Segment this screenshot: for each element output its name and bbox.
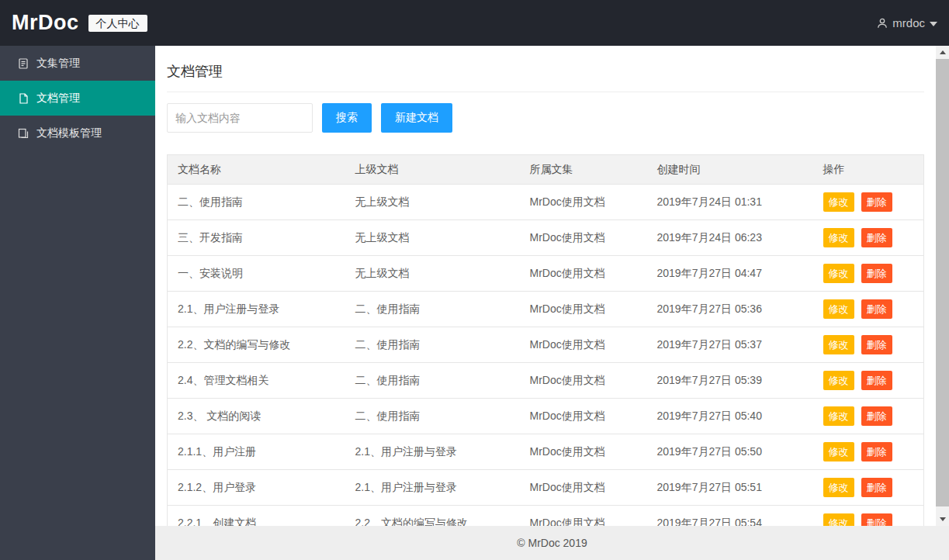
main-content: 文档管理 搜索 新建文档 文档名称 [155,46,936,526]
sidebar: 文集管理 文档管理 文档模板管理 [0,46,155,560]
edit-button[interactable]: 修改 [823,299,854,319]
doc-name-cell: 2.1、用户注册与登录 [168,292,345,327]
app-logo[interactable]: MrDoc [12,11,79,35]
created-time-cell: 2019年7月27日 05:50 [647,434,813,470]
actions-cell: 修改删除 [813,506,924,527]
title-divider [167,92,924,92]
col-header-parent-doc: 上级文档 [345,155,520,185]
sidebar-item-label: 文档模板管理 [36,126,102,140]
collection-cell: MrDoc使用文档 [520,220,647,256]
search-bar: 搜索 新建文档 [167,103,924,133]
sidebar-item-label: 文集管理 [36,57,80,71]
vertical-scrollbar[interactable] [936,46,949,526]
template-icon [17,127,29,140]
edit-button[interactable]: 修改 [823,371,854,390]
user-menu[interactable]: mrdoc [876,16,937,29]
create-doc-button[interactable]: 新建文档 [381,103,452,133]
actions-cell: 修改删除 [813,470,924,506]
doc-name-cell: 三、开发指南 [168,220,345,256]
page: MrDoc 个人中心 mrdoc [0,0,949,560]
chevron-down-icon [930,22,937,26]
delete-button[interactable]: 删除 [861,478,892,497]
delete-button[interactable]: 删除 [861,299,892,319]
created-time-cell: 2019年7月24日 06:23 [647,220,813,256]
scroll-down-arrow-icon[interactable] [936,513,949,526]
doc-name-cell: 一、安装说明 [168,256,345,292]
parent-doc-cell: 二、使用指南 [345,399,520,434]
sidebar-item-documents[interactable]: 文档管理 [0,81,155,116]
table-row: 2.2.1、创建文档2.2、文档的编写与修改MrDoc使用文档2019年7月27… [168,506,924,527]
edit-button[interactable]: 修改 [823,192,854,212]
doc-name-cell: 二、使用指南 [168,185,345,220]
collection-cell: MrDoc使用文档 [520,363,647,399]
topbar: MrDoc 个人中心 mrdoc [0,0,949,46]
doc-name-cell: 2.1.1、用户注册 [168,434,345,470]
scroll-up-arrow-icon[interactable] [936,46,949,59]
edit-button[interactable]: 修改 [823,228,854,247]
created-time-cell: 2019年7月27日 05:37 [647,327,813,363]
created-time-cell: 2019年7月27日 05:54 [647,506,813,527]
copyright-text: © MrDoc 2019 [517,537,587,549]
parent-doc-cell: 无上级文档 [345,185,520,220]
doc-name-cell: 2.1.2、用户登录 [168,470,345,506]
collection-cell: MrDoc使用文档 [520,470,647,506]
created-time-cell: 2019年7月24日 01:31 [647,185,813,220]
delete-button[interactable]: 删除 [861,371,892,390]
parent-doc-cell: 二、使用指南 [345,327,520,363]
col-header-collection: 所属文集 [520,155,647,185]
parent-doc-cell: 2.2、文档的编写与修改 [345,506,520,527]
parent-doc-cell: 2.1、用户注册与登录 [345,434,520,470]
actions-cell: 修改删除 [813,220,924,256]
collection-cell: MrDoc使用文档 [520,434,647,470]
username-label: mrdoc [892,16,925,29]
delete-button[interactable]: 删除 [861,442,892,461]
table-row: 2.4、管理文档相关二、使用指南MrDoc使用文档2019年7月27日 05:3… [168,363,924,399]
delete-button[interactable]: 删除 [861,335,892,354]
doc-name-cell: 2.3、 文档的阅读 [168,399,345,434]
document-icon [17,92,29,105]
table-row: 2.1.2、用户登录2.1、用户注册与登录MrDoc使用文档2019年7月27日… [168,470,924,506]
search-input[interactable] [167,103,313,133]
footer: © MrDoc 2019 [155,526,949,560]
col-header-doc-name: 文档名称 [168,155,345,185]
person-icon [876,17,888,29]
actions-cell: 修改删除 [813,256,924,292]
edit-button[interactable]: 修改 [823,513,854,526]
delete-button[interactable]: 删除 [861,513,892,526]
sidebar-item-collections[interactable]: 文集管理 [0,46,155,81]
col-header-created: 创建时间 [647,155,813,185]
created-time-cell: 2019年7月27日 05:36 [647,292,813,327]
table-row: 2.3、 文档的阅读二、使用指南MrDoc使用文档2019年7月27日 05:4… [168,399,924,434]
edit-button[interactable]: 修改 [823,478,854,497]
parent-doc-cell: 2.1、用户注册与登录 [345,470,520,506]
sidebar-item-templates[interactable]: 文档模板管理 [0,116,155,150]
search-button[interactable]: 搜索 [322,103,372,133]
collection-cell: MrDoc使用文档 [520,256,647,292]
documents-table: 文档名称 上级文档 所属文集 创建时间 操作 二、使用指南无上级文档MrDoc使… [167,154,924,526]
edit-button[interactable]: 修改 [823,406,854,426]
delete-button[interactable]: 删除 [861,192,892,212]
edit-button[interactable]: 修改 [823,335,854,354]
collection-cell: MrDoc使用文档 [520,399,647,434]
delete-button[interactable]: 删除 [861,228,892,247]
doc-name-cell: 2.4、管理文档相关 [168,363,345,399]
table-header-row: 文档名称 上级文档 所属文集 创建时间 操作 [168,155,924,185]
edit-button[interactable]: 修改 [823,264,854,283]
actions-cell: 修改删除 [813,363,924,399]
delete-button[interactable]: 删除 [861,406,892,426]
doc-name-cell: 2.2、文档的编写与修改 [168,327,345,363]
created-time-cell: 2019年7月27日 05:51 [647,470,813,506]
collection-cell: MrDoc使用文档 [520,292,647,327]
parent-doc-cell: 无上级文档 [345,256,520,292]
created-time-cell: 2019年7月27日 05:39 [647,363,813,399]
scrollbar-thumb[interactable] [936,59,949,506]
personal-center-badge[interactable]: 个人中心 [88,15,147,32]
delete-button[interactable]: 删除 [861,264,892,283]
actions-cell: 修改删除 [813,399,924,434]
doc-name-cell: 2.2.1、创建文档 [168,506,345,527]
sidebar-item-label: 文档管理 [36,92,80,105]
parent-doc-cell: 二、使用指南 [345,292,520,327]
table-row: 2.1、用户注册与登录二、使用指南MrDoc使用文档2019年7月27日 05:… [168,292,924,327]
edit-button[interactable]: 修改 [823,442,854,461]
collection-cell: MrDoc使用文档 [520,185,647,220]
